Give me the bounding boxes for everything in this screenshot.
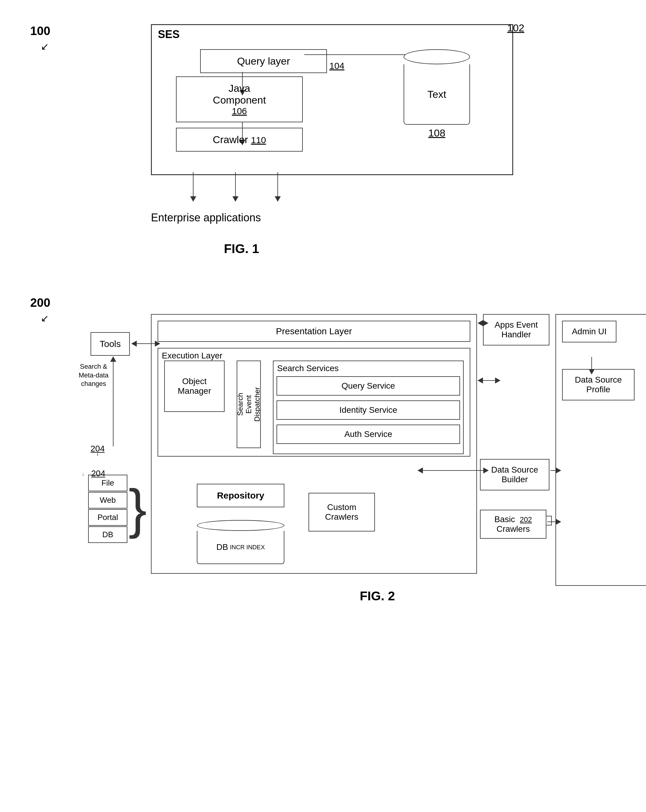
fig2-repository-box: Repository bbox=[197, 484, 284, 507]
fig2-search-services-box: Search Services Query Service Identity S… bbox=[273, 360, 464, 454]
fig2-web-item: Web bbox=[88, 492, 127, 508]
fig1-ref-104: 104 bbox=[329, 61, 344, 71]
fig1-crawler-box: Crawler 110 bbox=[176, 128, 303, 151]
fig2-number-label: 200 bbox=[30, 296, 50, 310]
fig2-right-section-box: 208 Admin UI Enterprise Search UI Data S… bbox=[555, 314, 646, 586]
fig1-caption: FIG. 1 bbox=[224, 241, 259, 256]
fig1-ref-110-num: 110 bbox=[251, 135, 266, 145]
fig2-ds-profile-box: Data Source Profile bbox=[562, 369, 635, 400]
fig1-ses-label: SES bbox=[158, 28, 180, 41]
fig2-query-service-box: Query Service bbox=[277, 376, 460, 395]
fig2-sed-box: Search Event Dispatcher bbox=[237, 360, 261, 448]
fig1-ses-box: SES 102 Query layer 104 Java Component 1… bbox=[151, 24, 513, 175]
fig2-db-cylinder: DB INCR INDEX bbox=[197, 520, 284, 564]
fig2-search-meta: Search & Meta-data changes bbox=[75, 362, 112, 388]
fig2-ds-builder-box: Data Source Builder bbox=[480, 459, 549, 490]
fig2-admin-ui-box: Admin UI bbox=[562, 321, 616, 342]
fig1-enterprise-label: Enterprise applications bbox=[151, 211, 261, 224]
fig2-presentation-box: Presentation Layer bbox=[158, 321, 470, 342]
fig2-execution-box: Execution Layer Object Manager Search Ev… bbox=[158, 348, 470, 456]
fig1-ref-106: 106 bbox=[189, 106, 290, 116]
fig2-custom-crawlers-box: Custom Crawlers bbox=[309, 493, 375, 531]
fig1-arrow: ↙ bbox=[41, 41, 49, 52]
fig2-tools-box: Tools bbox=[91, 332, 130, 356]
fig2-basic-crawlers-box: Basic 202 Crawlers bbox=[480, 510, 546, 539]
fig2-ref-202: 202 bbox=[520, 516, 532, 524]
fig2-arrow: ↙ bbox=[41, 313, 49, 324]
fig1-text-cylinder: Text 108 bbox=[404, 49, 470, 139]
fig2-main-outer-box: Presentation Layer Execution Layer Objec… bbox=[151, 314, 477, 574]
fig1-java-box: Java Component 106 bbox=[176, 76, 303, 122]
fig2-object-manager-box: Object Manager bbox=[164, 360, 225, 412]
fig2-db2-item: DB bbox=[88, 527, 127, 543]
fig1-ref-108: 108 bbox=[404, 127, 470, 139]
fig2-portal-item: Portal bbox=[88, 509, 127, 526]
fig2-caption: FIG. 2 bbox=[360, 589, 395, 603]
fig2-ss-label: Search Services bbox=[273, 361, 463, 375]
fig2-apps-event-box: Apps Event Handler bbox=[483, 314, 549, 345]
fig1-number-label: 100 bbox=[30, 24, 50, 38]
fig2-auth-service-box: Auth Service bbox=[277, 424, 460, 444]
fig2-file-item: File bbox=[88, 475, 127, 491]
fig1-ref-102: 102 bbox=[507, 22, 524, 34]
fig2-identity-service-box: Identity Service bbox=[277, 400, 460, 420]
fig2-incr-index: INCR INDEX bbox=[230, 544, 265, 551]
